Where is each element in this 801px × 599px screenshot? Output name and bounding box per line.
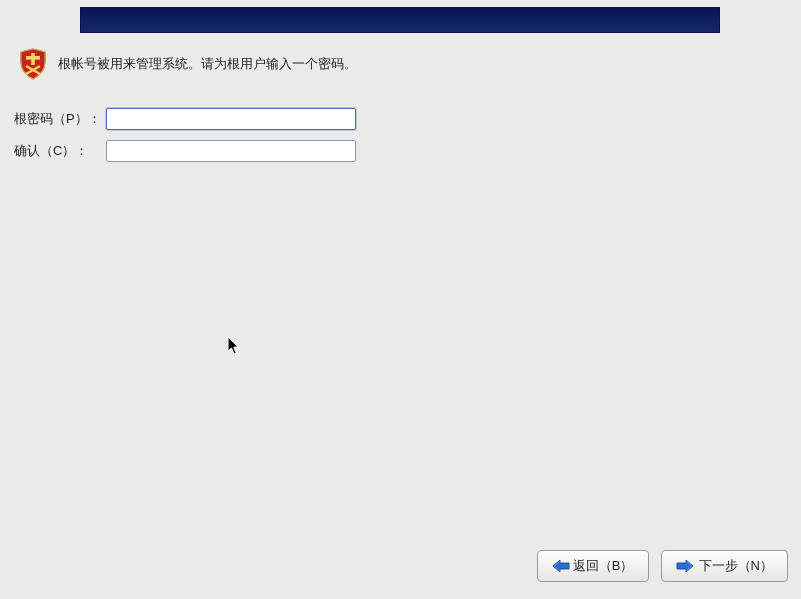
svg-rect-1 <box>26 56 40 60</box>
password-label: 根密码（P）： <box>14 110 106 128</box>
arrow-left-icon <box>552 559 570 573</box>
intro-row: 根帐号被用来管理系统。请为根用户输入一个密码。 <box>18 48 357 80</box>
next-button-label: 下一步（N） <box>699 557 773 575</box>
intro-text: 根帐号被用来管理系统。请为根用户输入一个密码。 <box>58 55 357 73</box>
confirm-row: 确认（C）： <box>14 140 356 162</box>
back-button[interactable]: 返回（B） <box>537 550 649 582</box>
root-password-form: 根密码（P）： 确认（C）： <box>14 108 356 172</box>
arrow-right-icon <box>676 559 694 573</box>
root-password-input[interactable] <box>106 108 356 130</box>
next-button[interactable]: 下一步（N） <box>661 550 788 582</box>
password-row: 根密码（P）： <box>14 108 356 130</box>
cursor-icon <box>227 336 241 356</box>
confirm-password-input[interactable] <box>106 140 356 162</box>
navigation-button-bar: 返回（B） 下一步（N） <box>537 550 788 582</box>
back-button-label: 返回（B） <box>573 557 634 575</box>
shield-icon <box>18 48 48 80</box>
header-banner <box>80 7 720 33</box>
confirm-label: 确认（C）： <box>14 142 106 160</box>
